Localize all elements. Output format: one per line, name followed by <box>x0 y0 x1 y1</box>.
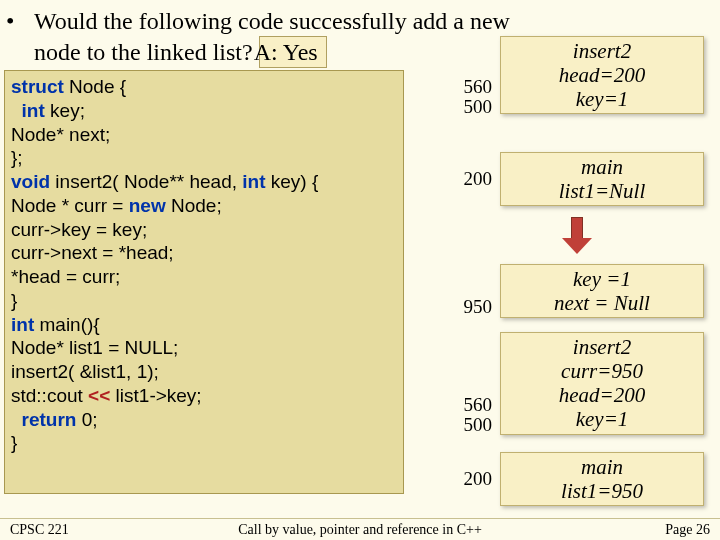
addr-950: 950 <box>452 296 492 318</box>
addr-560-1: 560 <box>452 76 492 98</box>
node-box: key =1 next = Null <box>500 264 704 318</box>
frame-main-b: main list1=950 <box>500 452 704 506</box>
addr-200-1: 200 <box>452 168 492 190</box>
addr-500-2: 500 <box>452 414 492 436</box>
code-panel: struct Node { int key; Node* next; }; vo… <box>4 70 404 494</box>
answer-box: A: Yes <box>259 36 327 68</box>
addr-560-2: 560 <box>452 394 492 416</box>
bullet: • <box>20 6 34 36</box>
footer-center: Call by value, pointer and reference in … <box>0 522 720 538</box>
footer: CPSC 221 Call by value, pointer and refe… <box>0 518 720 540</box>
question-text: •Would the following code successfully a… <box>34 6 710 68</box>
addr-200-2: 200 <box>452 468 492 490</box>
footer-right: Page 26 <box>665 522 710 538</box>
frame-main-a: main list1=Null <box>500 152 704 206</box>
down-arrow-icon <box>562 217 592 253</box>
frame-insert2-b: insert2 curr=950 head=200 key=1 <box>500 332 704 435</box>
footer-left: CPSC 221 <box>10 522 69 538</box>
addr-500-1: 500 <box>452 96 492 118</box>
